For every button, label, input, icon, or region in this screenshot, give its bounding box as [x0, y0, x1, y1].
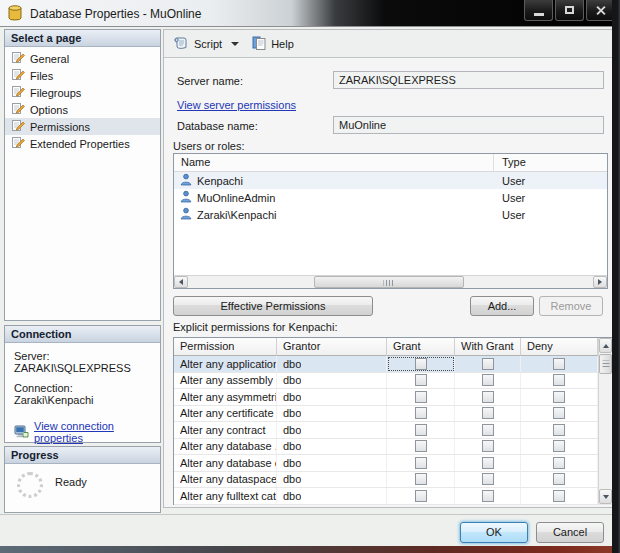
scroll-down-icon	[603, 495, 609, 499]
with-grant-cell	[455, 455, 521, 471]
grant-checkbox[interactable]	[415, 358, 427, 370]
permission-name: Alter any asymmetric...	[174, 391, 276, 403]
sidebar-item-general[interactable]: General	[5, 50, 160, 67]
permission-row-alter-any-asymmetric[interactable]: Alter any asymmetric...dbo	[174, 389, 612, 406]
minimize-button[interactable]	[524, 0, 553, 21]
permission-cell: Alter any dataspace	[174, 472, 277, 488]
grant-checkbox[interactable]	[415, 440, 427, 452]
users-row-kenpachi[interactable]: KenpachiUser	[174, 172, 607, 189]
select-page-list: GeneralFilesFilegroupsOptionsPermissions…	[5, 47, 160, 152]
with-grant-checkbox[interactable]	[482, 407, 494, 419]
users-row-zaraki-kenpachi[interactable]: Zaraki\KenpachiUser	[174, 206, 607, 223]
grantor-cell: dbo	[277, 389, 387, 405]
users-row-muonlineadmin[interactable]: MuOnlineAdminUser	[174, 189, 607, 206]
deny-checkbox[interactable]	[553, 490, 565, 502]
deny-checkbox[interactable]	[553, 473, 565, 485]
grant-checkbox[interactable]	[415, 407, 427, 419]
with-grant-checkbox[interactable]	[482, 457, 494, 469]
scroll-down-button[interactable]	[599, 489, 612, 504]
user-name: Zaraki\Kenpachi	[197, 209, 277, 221]
scroll-up-button[interactable]	[599, 338, 612, 353]
deny-checkbox[interactable]	[553, 407, 565, 419]
permission-row-alter-any-contract[interactable]: Alter any contractdbo	[174, 422, 612, 439]
permission-row-alter-any-certificate[interactable]: Alter any certificatedbo	[174, 406, 612, 423]
scroll-left-button[interactable]	[174, 276, 188, 288]
permission-row-alter-any-assembly[interactable]: Alter any assemblydbo	[174, 373, 612, 390]
grant-checkbox[interactable]	[415, 391, 427, 403]
dialog-footer: OK Cancel	[0, 514, 620, 546]
grantor-cell: dbo	[277, 472, 387, 488]
permission-row-alter-any-dataspace[interactable]: Alter any dataspacedbo	[174, 472, 612, 489]
sidebar-item-permissions[interactable]: Permissions	[5, 118, 160, 135]
view-connection-properties[interactable]: View connection properties	[14, 420, 151, 444]
with-grant-checkbox[interactable]	[482, 374, 494, 386]
deny-checkbox[interactable]	[553, 457, 565, 469]
deny-checkbox[interactable]	[553, 440, 565, 452]
users-column-type[interactable]: Type	[494, 154, 607, 171]
grant-checkbox[interactable]	[415, 473, 427, 485]
horizontal-scroll-thumb[interactable]	[314, 276, 464, 288]
close-button[interactable]	[586, 0, 615, 21]
maximize-button[interactable]	[555, 0, 584, 21]
grid-column-permission[interactable]: Permission	[174, 338, 277, 356]
page-icon	[12, 102, 25, 117]
permission-row-alter-any-database-e[interactable]: Alter any database e...dbo	[174, 455, 612, 472]
add-button[interactable]: Add...	[470, 296, 534, 316]
with-grant-checkbox[interactable]	[482, 424, 494, 436]
with-grant-checkbox[interactable]	[482, 473, 494, 485]
server-label: Server:	[14, 350, 151, 362]
grant-checkbox[interactable]	[415, 490, 427, 502]
deny-checkbox[interactable]	[553, 358, 565, 370]
scroll-right-button[interactable]	[593, 276, 607, 288]
script-dropdown-icon[interactable]	[231, 42, 239, 46]
server-name-label: Server name:	[177, 75, 243, 87]
deny-checkbox[interactable]	[553, 391, 565, 403]
server-name-field[interactable]	[333, 71, 604, 89]
grid-column-with-grant[interactable]: With Grant	[455, 338, 521, 356]
with-grant-checkbox[interactable]	[482, 490, 494, 502]
deny-cell	[521, 488, 598, 504]
with-grant-checkbox[interactable]	[482, 391, 494, 403]
script-button[interactable]: Script	[173, 36, 222, 52]
deny-checkbox[interactable]	[553, 424, 565, 436]
database-name-field[interactable]	[333, 116, 604, 134]
users-horizontal-scrollbar[interactable]	[174, 275, 607, 288]
grant-checkbox[interactable]	[415, 374, 427, 386]
grant-cell	[387, 389, 455, 405]
with-grant-checkbox[interactable]	[482, 358, 494, 370]
database-name-label: Database name:	[177, 120, 258, 132]
sidebar-item-filegroups[interactable]: Filegroups	[5, 84, 160, 101]
grant-checkbox[interactable]	[415, 457, 427, 469]
sidebar-item-options[interactable]: Options	[5, 101, 160, 118]
help-icon	[252, 36, 266, 52]
permission-row-alter-any-database[interactable]: Alter any database ...dbo	[174, 439, 612, 456]
grid-column-deny[interactable]: Deny	[521, 338, 598, 356]
effective-permissions-button[interactable]: Effective Permissions	[173, 296, 373, 316]
users-column-name[interactable]: Name	[174, 154, 494, 171]
deny-cell	[521, 389, 598, 405]
grid-vertical-scrollbar[interactable]	[598, 338, 612, 504]
grid-column-grantor[interactable]: Grantor	[277, 338, 387, 356]
sidebar-item-extended-properties[interactable]: Extended Properties	[5, 135, 160, 152]
grantor-name: dbo	[277, 440, 301, 452]
vertical-scroll-thumb[interactable]	[599, 354, 612, 374]
sidebar-item-files[interactable]: Files	[5, 67, 160, 84]
deny-checkbox[interactable]	[553, 374, 565, 386]
view-connection-properties-link[interactable]: View connection properties	[34, 420, 151, 444]
grantor-cell: dbo	[277, 455, 387, 471]
permission-row-alter-any-application[interactable]: Alter any application...dbo	[174, 356, 612, 373]
user-type-cell: User	[494, 209, 607, 221]
user-icon	[180, 190, 192, 205]
grid-column-grant[interactable]: Grant	[387, 338, 455, 356]
cancel-button[interactable]: Cancel	[536, 522, 604, 543]
progress-header: Progress	[5, 447, 160, 464]
grant-checkbox[interactable]	[415, 424, 427, 436]
maximize-icon	[565, 6, 574, 14]
with-grant-checkbox[interactable]	[482, 440, 494, 452]
with-grant-cell	[455, 488, 521, 504]
help-button[interactable]: Help	[252, 36, 294, 52]
permission-row-alter-any-fulltext-cat[interactable]: Alter any fulltext cat...dbo	[174, 488, 612, 505]
ok-button[interactable]: OK	[460, 522, 528, 543]
titlebar[interactable]: Database Properties - MuOnline	[0, 0, 620, 27]
view-server-permissions-link[interactable]: View server permissions	[177, 99, 296, 111]
